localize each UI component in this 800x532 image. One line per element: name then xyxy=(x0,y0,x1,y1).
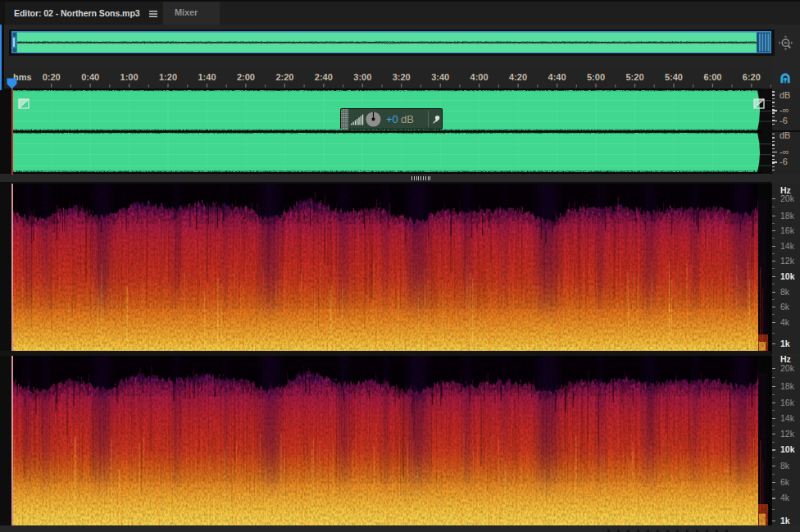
svg-text:1:40: 1:40 xyxy=(198,72,216,82)
svg-text:5:20: 5:20 xyxy=(625,72,643,82)
svg-text:6:20: 6:20 xyxy=(743,72,761,82)
svg-text:2:00: 2:00 xyxy=(237,72,255,82)
svg-text:1:00: 1:00 xyxy=(120,72,139,82)
svg-text:0:40: 0:40 xyxy=(81,72,99,82)
svg-text:3:00: 3:00 xyxy=(353,72,371,82)
svg-text:3:40: 3:40 xyxy=(431,72,449,82)
svg-text:1:20: 1:20 xyxy=(159,72,177,82)
svg-text:0:20: 0:20 xyxy=(43,72,61,82)
svg-text:4:00: 4:00 xyxy=(470,72,489,82)
svg-text:4:20: 4:20 xyxy=(509,72,527,82)
svg-text:3:20: 3:20 xyxy=(393,72,411,82)
svg-text:5:40: 5:40 xyxy=(665,72,683,82)
svg-text:5:00: 5:00 xyxy=(587,72,605,82)
svg-text:4:40: 4:40 xyxy=(548,72,566,82)
svg-text:2:20: 2:20 xyxy=(275,72,293,82)
svg-text:6:00: 6:00 xyxy=(703,72,721,82)
svg-text:2:40: 2:40 xyxy=(315,72,333,82)
